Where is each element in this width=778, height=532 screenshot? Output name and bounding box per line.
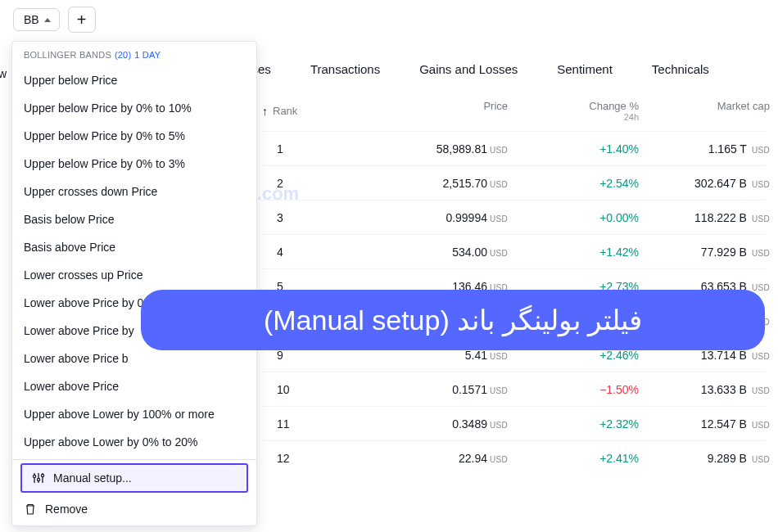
bb-dropdown: BOLLINGER BANDS (20) 1 DAY Upper below P… [11,41,257,526]
dropdown-option[interactable]: Upper crosses down Price [12,178,256,205]
edge-fragment: w [0,67,7,80]
tab-gains-losses[interactable]: Gains and Losses [419,62,518,76]
table-row[interactable]: 80.10123USD+3.31%14.756 B USD [262,303,765,337]
dropdown-option[interactable]: Lower crosses up Price [12,261,256,289]
table-row[interactable]: 110.3489USD+2.32%12.547 B USD [262,406,765,440]
dropdown-option[interactable]: Lower above Price b [12,345,256,372]
cell-rank: 8 [262,314,360,327]
cell-price: 136.46USD [360,280,508,293]
cell-change: +2.73% [508,280,639,293]
cell-change: +2.46% [508,349,639,362]
cell-mcap: 12.547 B USD [639,417,770,431]
cell-price: 0.3489USD [360,417,508,431]
cell-mcap: 14.756 B USD [639,314,770,327]
chevron-up-icon [44,18,51,22]
table-header: ↑ Rank Price Change % 24h Market cap [262,100,765,122]
tab-technicals[interactable]: Technicals [652,62,709,76]
table-body: 158,989.81USD+1.40%1.165 T USD22,515.70U… [262,131,765,475]
cell-change: +2.41% [508,452,639,465]
dropdown-option[interactable]: Upper below Price by 0% to 5% [12,122,256,150]
col-rank[interactable]: ↑ Rank [262,100,360,122]
col-change[interactable]: Change % 24h [508,100,639,122]
dropdown-option[interactable]: Lower above Price by 0% to 3% [12,289,256,317]
cell-rank: 1 [262,142,360,156]
table-row[interactable]: 158,989.81USD+1.40%1.165 T USD [262,131,765,165]
table-row[interactable]: 1222.94USD+2.41%9.289 B USD [262,440,765,475]
cell-rank: 11 [262,417,360,431]
cell-change: +0.00% [508,211,639,224]
cell-price: 2,515.70USD [360,177,508,190]
cell-mcap: 13.633 B USD [639,383,770,396]
remove-label: Remove [45,503,88,516]
sliders-icon [32,471,45,485]
cell-mcap: 1.165 T USD [639,142,770,156]
svg-point-5 [41,474,43,476]
cell-price: 5.41USD [360,349,508,362]
cell-mcap: 77.929 B USD [639,246,770,259]
category-tabs: Addresses Transactions Gains and Losses … [213,62,709,76]
dropdown-header: BOLLINGER BANDS (20) 1 DAY [12,42,256,66]
cell-rank: 12 [262,452,360,465]
cell-change: +2.32% [508,417,639,431]
col-price[interactable]: Price [360,100,508,122]
table-row[interactable]: 5136.46USD+2.73%63.653 B USD [262,268,765,303]
svg-point-3 [37,478,39,480]
cell-rank: 10 [262,383,360,396]
dropdown-option[interactable]: Lower above Price [12,372,256,400]
cell-rank: 3 [262,211,360,224]
table-row[interactable]: 30.99994USD+0.00%118.222 B USD [262,200,765,234]
table-row[interactable]: 100.1571USD−1.50%13.633 B USD [262,372,765,406]
dropdown-option[interactable]: Basis above Price [12,233,256,261]
manual-setup-button[interactable]: Manual setup... [20,463,248,493]
plus-icon: + [77,11,87,28]
cell-change: +2.54% [508,177,639,190]
cell-change: −1.50% [508,383,639,396]
table-row[interactable]: 4534.00USD+1.42%77.929 B USD [262,234,765,268]
table-row[interactable]: 95.41USD+2.46%13.714 B USD [262,337,765,372]
cell-price: 22.94USD [360,452,508,465]
cell-mcap: 118.222 B USD [639,211,770,224]
cell-rank: 4 [262,246,360,259]
cell-rank: 2 [262,177,360,190]
bb-filter-pill[interactable]: BB [13,8,60,31]
cell-price: 0.1571USD [360,383,508,396]
dropdown-option[interactable]: Upper below Price [12,66,256,94]
cell-mcap: 63.653 B USD [639,280,770,293]
col-mcap[interactable]: Market cap [639,100,770,122]
tab-sentiment[interactable]: Sentiment [557,62,613,76]
cell-price: 0.99994USD [360,211,508,224]
cell-mcap: 13.714 B USD [639,349,770,362]
cell-rank: 9 [262,349,360,362]
dropdown-option[interactable]: Lower above Price by [12,317,256,345]
cell-mcap: 302.647 B USD [639,177,770,190]
sort-asc-icon: ↑ [262,105,268,118]
cell-mcap: 9.289 B USD [639,452,770,465]
add-filter-button[interactable]: + [68,7,96,33]
dropdown-option[interactable]: Upper above Lower by 0% to 20% [12,428,256,456]
cell-price: 0.10123USD [360,314,508,327]
cell-price: 534.00USD [360,246,508,259]
bb-filter-label: BB [24,13,39,26]
svg-point-1 [33,475,35,477]
cell-change: +1.42% [508,246,639,259]
dropdown-separator [12,459,256,460]
trash-icon [24,503,37,516]
dropdown-option[interactable]: Upper above Lower by 100% or more [12,400,256,428]
cell-rank: 5 [262,280,360,293]
manual-setup-label: Manual setup... [53,471,132,485]
dropdown-option[interactable]: Upper below Price by 0% to 3% [12,150,256,178]
remove-button[interactable]: Remove [12,496,256,524]
dropdown-option[interactable]: Upper below Price by 0% to 10% [12,94,256,122]
cell-change: +1.40% [508,142,639,156]
cell-change: +3.31% [508,314,639,327]
dropdown-option[interactable]: Basis below Price [12,205,256,233]
tab-transactions[interactable]: Transactions [310,62,380,76]
cell-price: 58,989.81USD [360,142,508,156]
table-row[interactable]: 22,515.70USD+2.54%302.647 B USD [262,165,765,200]
